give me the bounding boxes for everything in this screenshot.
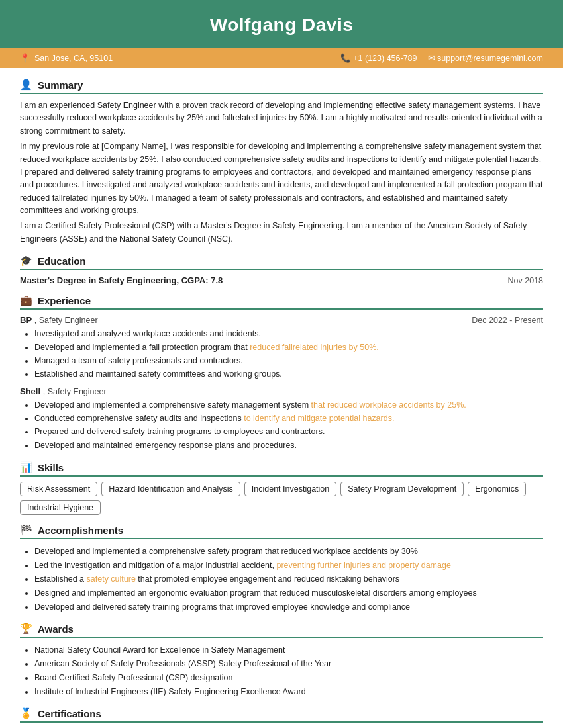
bullet-shell-2: Conducted comprehensive safety audits an…	[34, 412, 543, 425]
awards-title: 🏆 Awards	[20, 623, 543, 638]
contact-details: 📞 +1 (123) 456-789 ✉ support@resumegemin…	[340, 53, 543, 63]
phone-section: 📞 +1 (123) 456-789	[340, 53, 417, 63]
job-bp: BP , Safety Engineer Dec 2022 - Present	[20, 315, 543, 325]
skill-risk-assessment: Risk Assessment	[20, 482, 97, 496]
awards-list: National Safety Council Award for Excell…	[20, 643, 543, 698]
candidate-name: Wolfgang Davis	[13, 15, 550, 36]
skill-incident-inv: Incident Investigation	[244, 482, 336, 496]
phone-text: +1 (123) 456-789	[353, 54, 417, 63]
skill-safety-prog: Safety Program Development	[340, 482, 464, 496]
medal-icon: 🏅	[20, 707, 32, 719]
accomplishments-section: 🏁 Accomplishments Developed and implemen…	[20, 524, 543, 614]
job-bp-info: BP , Safety Engineer	[20, 315, 98, 325]
acc-5: Developed and delivered safety training …	[34, 600, 543, 614]
bullet-bp-2: Developed and implemented a fall protect…	[34, 341, 543, 354]
bullet-shell-3: Prepared and delivered safety training p…	[34, 426, 543, 438]
accomplishments-title: 🏁 Accomplishments	[20, 524, 543, 539]
acc-1: Developed and implemented a comprehensiv…	[34, 545, 543, 558]
summary-body: I am an experienced Safety Engineer with…	[20, 99, 543, 246]
education-section: 🎓 Education Master's Degree in Safety En…	[20, 255, 543, 285]
skills-container: Risk Assessment Hazard Identification an…	[20, 482, 543, 515]
edu-date: Nov 2018	[507, 276, 543, 285]
bar-chart-icon: 📊	[20, 461, 32, 473]
edu-degree: Master's Degree in Safety Engineering, C…	[20, 275, 223, 285]
acc-3: Established a safety culture that promot…	[34, 572, 543, 586]
award-4: Institute of Industrial Engineers (IIE) …	[34, 685, 543, 698]
summary-para-2: In my previous role at [Company Name], I…	[20, 140, 543, 217]
skills-section: 📊 Skills Risk Assessment Hazard Identifi…	[20, 461, 543, 515]
award-1: National Safety Council Award for Excell…	[34, 643, 543, 657]
bullets-shell: Developed and implemented a comprehensiv…	[20, 399, 543, 453]
bullet-bp-4: Established and maintained safety commit…	[34, 368, 543, 381]
experience-section: 💼 Experience BP , Safety Engineer Dec 20…	[20, 295, 543, 452]
certifications-title: 🏅 Certifications	[20, 707, 543, 723]
bullet-shell-4: Developed and maintained emergency respo…	[34, 439, 543, 452]
contact-location: 📍 San Jose, CA, 95101	[20, 53, 113, 63]
email-icon: ✉	[428, 54, 435, 63]
skill-hazard-id: Hazard Identification and Analysis	[101, 482, 240, 496]
experience-title: 💼 Experience	[20, 295, 543, 310]
graduation-icon: 🎓	[20, 255, 32, 267]
acc-4: Designed and implemented an ergonomic ev…	[34, 586, 543, 600]
bullet-bp-3: Managed a team of safety professionals a…	[34, 355, 543, 367]
contact-bar: 📍 San Jose, CA, 95101 📞 +1 (123) 456-789…	[0, 48, 563, 68]
skill-industrial-hygiene: Industrial Hygiene	[20, 500, 101, 515]
email-section: ✉ support@resumegemini.com	[428, 53, 543, 63]
date-bp: Dec 2022 - Present	[472, 316, 543, 325]
title-bp: , Safety Engineer	[34, 316, 98, 325]
certifications-section: 🏅 Certifications	[20, 707, 543, 723]
skills-title: 📊 Skills	[20, 461, 543, 477]
awards-section: 🏆 Awards National Safety Council Award f…	[20, 623, 543, 698]
job-shell-info: Shell , Safety Engineer	[20, 387, 107, 396]
location-pin-icon: 📍	[20, 53, 30, 63]
trophy-icon: 🏆	[20, 623, 32, 635]
summary-section: 👤 Summary I am an experienced Safety Eng…	[20, 79, 543, 246]
education-title: 🎓 Education	[20, 255, 543, 270]
award-2: American Society of Safety Professionals…	[34, 657, 543, 670]
skill-ergonomics: Ergonomics	[468, 482, 526, 496]
bullet-bp-1: Investigated and analyzed workplace acci…	[34, 328, 543, 340]
title-shell: , Safety Engineer	[43, 387, 107, 396]
award-3: Board Certified Safety Professional (CSP…	[34, 671, 543, 684]
summary-para-3: I am a Certified Safety Professional (CS…	[20, 220, 543, 246]
header-section: Wolfgang Davis	[0, 0, 563, 48]
summary-title: 👤 Summary	[20, 79, 543, 94]
email-text: support@resumegemini.com	[437, 54, 543, 63]
flag-icon: 🏁	[20, 524, 32, 536]
education-row: Master's Degree in Safety Engineering, C…	[20, 275, 543, 285]
person-icon: 👤	[20, 79, 32, 91]
acc-2: Led the investigation and mitigation of …	[34, 559, 543, 572]
phone-icon: 📞	[340, 54, 351, 63]
company-bp: BP	[20, 315, 32, 325]
summary-para-1: I am an experienced Safety Engineer with…	[20, 99, 543, 138]
main-content: 👤 Summary I am an experienced Safety Eng…	[0, 68, 563, 728]
bullets-bp: Investigated and analyzed workplace acci…	[20, 328, 543, 381]
company-shell: Shell	[20, 387, 40, 396]
bullet-shell-1: Developed and implemented a comprehensiv…	[34, 399, 543, 412]
accomplishments-list: Developed and implemented a comprehensiv…	[20, 545, 543, 614]
job-shell: Shell , Safety Engineer	[20, 387, 543, 396]
briefcase-icon: 💼	[20, 295, 32, 306]
location-text: San Jose, CA, 95101	[34, 54, 113, 63]
